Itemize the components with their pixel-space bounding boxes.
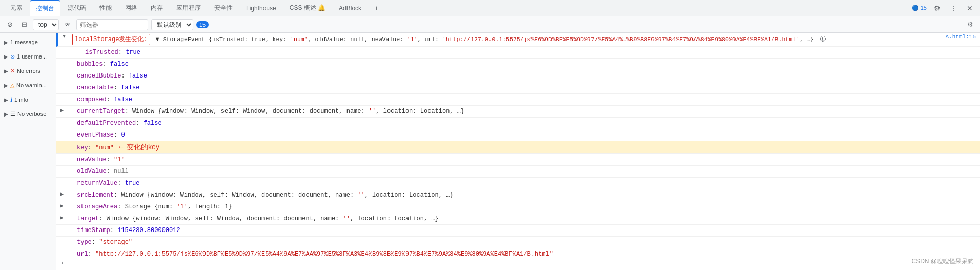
- tab-bar: 元素 控制台 源代码 性能 网络 内存 应用程序 安全性 Lighthouse …: [0, 0, 980, 16]
- info-icon: ℹ: [10, 97, 12, 103]
- main-area: ▶ 1 message ▶ ⊙ 1 user me... ▶ ✕ No erro…: [0, 33, 980, 270]
- console-prompt: ›: [60, 260, 64, 267]
- prop-storageArea: ▶ storageArea: Storage {num: '1', length…: [56, 201, 980, 213]
- prop-eventPhase: eventPhase: 0: [56, 129, 980, 141]
- expand-info-icon: ▶: [4, 97, 8, 103]
- sidebar-item-warnings[interactable]: ▶ △ No warnin...: [0, 78, 56, 92]
- tab-application[interactable]: 应用程序: [170, 0, 207, 16]
- sidebar-warnings-label: No warnin...: [16, 82, 47, 88]
- expand-messages-icon: ▶: [4, 40, 8, 45]
- tab-bar-right: 🔵 15 ⚙ ⋮ ✕: [912, 2, 976, 14]
- expand-warnings-icon: ▶: [4, 83, 8, 88]
- prop-url: url: "http://127.0.0.1:5575/js%E6%9D%BF%…: [56, 248, 980, 256]
- prop-srcElement: ▶ srcElement: Window {window: Window, se…: [56, 189, 980, 201]
- eye-icon: 👁: [65, 21, 71, 28]
- more-button[interactable]: ⋮: [947, 2, 959, 14]
- sidebar-errors-label: No errors: [17, 68, 40, 74]
- console-output: ▶ localStorage发生变化: ▼ StorageEvent {isTr…: [56, 33, 980, 270]
- expand-errors-icon: ▶: [4, 68, 8, 74]
- tab-network[interactable]: 网络: [119, 0, 144, 16]
- toolbar-right: ⚙: [965, 19, 976, 30]
- tab-performance[interactable]: 性能: [93, 0, 118, 16]
- sidebar: ▶ 1 message ▶ ⊙ 1 user me... ▶ ✕ No erro…: [0, 33, 56, 270]
- prop-defaultPrevented: defaultPrevented: false: [56, 118, 980, 129]
- expand-storagearea-icon[interactable]: ▶: [60, 203, 64, 209]
- prop-returnValue: returnValue: true: [56, 178, 980, 189]
- watermark: CSDN @嗖嗖怪呆呆狗: [911, 257, 974, 266]
- close-devtools-button[interactable]: ✕: [964, 2, 976, 14]
- expand-srcelement-icon[interactable]: ▶: [60, 191, 64, 197]
- more-icon: ⋮: [950, 4, 957, 12]
- key-annotation: ← 变化的key: [117, 142, 159, 151]
- table-row: ▶ localStorage发生变化: ▼ StorageEvent {isTr…: [56, 33, 980, 47]
- expand-user-icon: ▶: [4, 54, 8, 60]
- verbose-icon: ☰: [10, 111, 15, 118]
- prop-oldValue: oldValue: null: [56, 166, 980, 178]
- level-select[interactable]: 默认级别: [151, 19, 193, 30]
- tab-memory[interactable]: 内存: [145, 0, 169, 16]
- prop-cancelBubble: cancelBubble: false: [56, 70, 980, 82]
- local-storage-label: localStorage发生变化:: [72, 34, 150, 45]
- tab-adblock[interactable]: AdBlock: [333, 0, 368, 16]
- expand-verbose-icon: ▶: [4, 111, 8, 117]
- notification-badge: 🔵 15: [912, 5, 927, 11]
- console-input[interactable]: [67, 260, 976, 267]
- sidebar-item-info[interactable]: ▶ ℹ 1 info: [0, 92, 56, 107]
- filter-input[interactable]: [76, 19, 148, 30]
- sidebar-user-label: 1 user me...: [17, 53, 47, 60]
- filter-icon: ⊟: [22, 21, 27, 28]
- settings-icon: ⚙: [934, 4, 941, 12]
- clear-icon: ⊘: [7, 21, 13, 28]
- console-log-area[interactable]: ▶ localStorage发生变化: ▼ StorageEvent {isTr…: [56, 33, 980, 256]
- settings-button[interactable]: ⚙: [931, 2, 943, 14]
- storage-event-row: localStorage发生变化: ▼ StorageEvent {isTrus…: [70, 33, 942, 46]
- tab-security[interactable]: 安全性: [208, 0, 239, 16]
- tab-elements[interactable]: 元素: [4, 0, 29, 16]
- prop-newValue: newValue: "1": [56, 154, 980, 166]
- close-icon: ✕: [967, 4, 973, 12]
- storage-event-text: ▼ StorageEvent {isTrusted: true, key: 'n…: [156, 36, 814, 43]
- plus-icon: +: [375, 5, 378, 12]
- sidebar-item-errors[interactable]: ▶ ✕ No errors: [0, 64, 56, 78]
- expand-target-icon[interactable]: ▶: [60, 215, 64, 221]
- toolbar: ⊘ ⊟ top 👁 默认级别 15 ⚙: [0, 16, 980, 33]
- error-icon: ✕: [10, 68, 15, 74]
- tab-add[interactable]: +: [369, 0, 384, 16]
- tab-css-overview[interactable]: CSS 概述 🔔: [283, 0, 332, 16]
- prop-bubbles: bubbles: false: [56, 59, 980, 70]
- tab-sources[interactable]: 源代码: [62, 0, 92, 16]
- prop-currentTarget: ▶ currentTarget: Window {window: Window,…: [56, 106, 980, 118]
- warning-icon: △: [10, 82, 14, 89]
- prop-composed: composed: false: [56, 94, 980, 106]
- context-selector[interactable]: top: [33, 19, 59, 30]
- eye-button[interactable]: 👁: [62, 19, 73, 30]
- prop-timeStamp: timeStamp: 1154280.800000012: [56, 225, 980, 237]
- expand-currenttarget-icon[interactable]: ▶: [60, 107, 64, 113]
- message-count-badge: 15: [196, 21, 209, 28]
- expand-hint-icon: 🛈: [820, 36, 826, 43]
- prop-cancelable: cancelable: false: [56, 82, 980, 94]
- tab-console[interactable]: 控制台: [30, 0, 60, 16]
- clear-console-button[interactable]: ⊘: [4, 19, 15, 30]
- source-link[interactable]: A.html:15: [942, 33, 980, 41]
- row-gutter-1: [65, 47, 77, 48]
- sidebar-item-messages[interactable]: ▶ 1 message: [0, 35, 56, 49]
- prop-target: ▶ target: Window {window: Window, self: …: [56, 213, 980, 225]
- console-input-row: ›: [56, 256, 980, 270]
- prop-content: isTrusted: true: [77, 47, 980, 58]
- gear-icon: ⚙: [967, 21, 973, 28]
- settings-gear-button[interactable]: ⚙: [965, 19, 976, 30]
- sidebar-item-verbose[interactable]: ▶ ☰ No verbose: [0, 107, 56, 121]
- filter-toggle-button[interactable]: ⊟: [18, 19, 30, 30]
- prop-isTrusted: isTrusted: true: [56, 47, 980, 59]
- tab-lighthouse[interactable]: Lighthouse: [240, 0, 282, 16]
- sidebar-verbose-label: No verbose: [17, 111, 46, 117]
- sidebar-info-label: 1 info: [14, 97, 28, 103]
- expand-storage-event-icon[interactable]: ▶: [62, 35, 66, 38]
- sidebar-messages-label: 1 message: [10, 39, 38, 45]
- sidebar-item-user[interactable]: ▶ ⊙ 1 user me...: [0, 49, 56, 64]
- prop-type: type: "storage": [56, 237, 980, 248]
- row-gutter[interactable]: ▶: [58, 33, 70, 39]
- prop-key: key: "num" ← 变化的key: [56, 141, 980, 154]
- sidebar-user-icon: ⊙: [10, 53, 15, 60]
